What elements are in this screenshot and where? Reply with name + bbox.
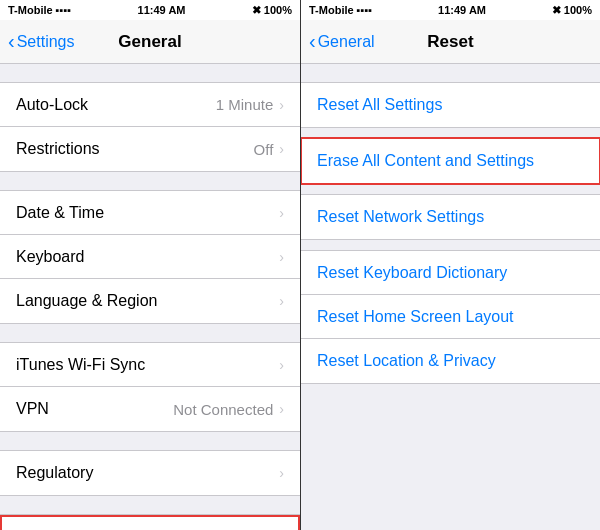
signal-right: ▪▪▪▪ [357,4,373,16]
section-2: Date & Time › Keyboard › Language & Regi… [0,190,300,324]
row-reset-location[interactable]: Reset Location & Privacy [301,339,600,383]
nav-bar-right: ‹ General Reset [301,20,600,64]
gap-bottom-right [301,384,600,402]
row-datetime-label: Date & Time [16,204,104,222]
time-left: 11:49 AM [138,4,186,16]
row-autolock-value: 1 Minute [216,96,274,113]
row-reset-all-settings[interactable]: Reset All Settings [301,83,600,127]
status-right-left: ✖ 100% [252,4,292,17]
section-3: iTunes Wi-Fi Sync › VPN Not Connected › [0,342,300,432]
row-language-right: › [277,293,284,309]
gap-2 [0,172,300,190]
gap-4 [0,432,300,450]
row-keyboard-chevron: › [279,249,284,265]
signal-left: ▪▪▪▪ [56,4,72,16]
status-right-right: ✖ 100% [552,4,592,17]
row-vpn-label: VPN [16,400,49,418]
row-reset-network[interactable]: Reset Network Settings [301,195,600,239]
section-5: Reset › [0,514,300,530]
row-regulatory-chevron: › [279,465,284,481]
row-autolock[interactable]: Auto-Lock 1 Minute › [0,83,300,127]
row-reset[interactable]: Reset › [0,515,300,530]
carrier-left: T-Mobile [8,4,53,16]
reset-group-3: Reset Network Settings [301,194,600,240]
left-phone: T-Mobile ▪▪▪▪ 11:49 AM ✖ 100% ‹ Settings… [0,0,300,530]
nav-title-left: General [118,32,181,52]
row-erase-content-label: Erase All Content and Settings [317,152,534,170]
row-vpn[interactable]: VPN Not Connected › [0,387,300,431]
row-keyboard-label: Keyboard [16,248,85,266]
row-itunes[interactable]: iTunes Wi-Fi Sync › [0,343,300,387]
reset-content: Reset All Settings Erase All Content and… [301,64,600,530]
gap-1 [0,64,300,82]
gap-3 [0,324,300,342]
back-button-right[interactable]: ‹ General [309,32,375,51]
reset-group-2: Erase All Content and Settings [301,138,600,184]
bluetooth-left: ✖ [252,4,261,17]
row-restrictions-value: Off [254,141,274,158]
status-bar-left: T-Mobile ▪▪▪▪ 11:49 AM ✖ 100% [0,0,300,20]
row-itunes-label: iTunes Wi-Fi Sync [16,356,145,374]
row-regulatory-right: › [277,465,284,481]
nav-bar-left: ‹ Settings General [0,20,300,64]
row-restrictions[interactable]: Restrictions Off › [0,127,300,171]
row-autolock-chevron: › [279,97,284,113]
row-regulatory-label: Regulatory [16,464,93,482]
carrier-right: T-Mobile [309,4,354,16]
row-reset-homescreen[interactable]: Reset Home Screen Layout [301,295,600,339]
row-datetime-chevron: › [279,205,284,221]
row-reset-homescreen-label: Reset Home Screen Layout [317,308,514,326]
row-restrictions-label: Restrictions [16,140,100,158]
back-arrow-right: ‹ [309,31,316,51]
row-restrictions-chevron: › [279,141,284,157]
row-datetime[interactable]: Date & Time › [0,191,300,235]
nav-title-right: Reset [427,32,473,52]
row-erase-content[interactable]: Erase All Content and Settings [301,139,600,183]
row-keyboard[interactable]: Keyboard › [0,235,300,279]
section-4: Regulatory › [0,450,300,496]
row-keyboard-right: › [277,249,284,265]
bluetooth-right: ✖ [552,4,561,17]
status-left: T-Mobile ▪▪▪▪ [8,4,71,16]
row-reset-network-label: Reset Network Settings [317,208,484,226]
row-autolock-label: Auto-Lock [16,96,88,114]
battery-left: 100% [264,4,292,16]
row-reset-all-settings-label: Reset All Settings [317,96,442,114]
row-itunes-right: › [277,357,284,373]
back-arrow-left: ‹ [8,31,15,51]
right-phone: T-Mobile ▪▪▪▪ 11:49 AM ✖ 100% ‹ General … [300,0,600,530]
row-vpn-right: Not Connected › [173,401,284,418]
row-language-chevron: › [279,293,284,309]
gap-r1 [301,64,600,82]
reset-group-1: Reset All Settings [301,82,600,128]
back-label-right[interactable]: General [318,33,375,51]
row-autolock-right: 1 Minute › [216,96,284,113]
row-datetime-right: › [277,205,284,221]
row-language[interactable]: Language & Region › [0,279,300,323]
row-language-label: Language & Region [16,292,157,310]
settings-content-left: Auto-Lock 1 Minute › Restrictions Off › … [0,64,300,530]
time-right: 11:49 AM [438,4,486,16]
reset-group-4: Reset Keyboard Dictionary Reset Home Scr… [301,250,600,384]
gap-r2 [301,128,600,138]
row-reset-keyboard-label: Reset Keyboard Dictionary [317,264,507,282]
gap-r4 [301,240,600,250]
row-vpn-chevron: › [279,401,284,417]
status-bar-right: T-Mobile ▪▪▪▪ 11:49 AM ✖ 100% [301,0,600,20]
row-regulatory[interactable]: Regulatory › [0,451,300,495]
status-left-right: T-Mobile ▪▪▪▪ [309,4,372,16]
back-label-left[interactable]: Settings [17,33,75,51]
row-reset-location-label: Reset Location & Privacy [317,352,496,370]
gap-5 [0,496,300,514]
row-restrictions-right: Off › [254,141,284,158]
section-1: Auto-Lock 1 Minute › Restrictions Off › [0,82,300,172]
battery-right: 100% [564,4,592,16]
row-vpn-value: Not Connected [173,401,273,418]
back-button-left[interactable]: ‹ Settings [8,32,74,51]
row-itunes-chevron: › [279,357,284,373]
gap-r3 [301,184,600,194]
row-reset-keyboard[interactable]: Reset Keyboard Dictionary [301,251,600,295]
